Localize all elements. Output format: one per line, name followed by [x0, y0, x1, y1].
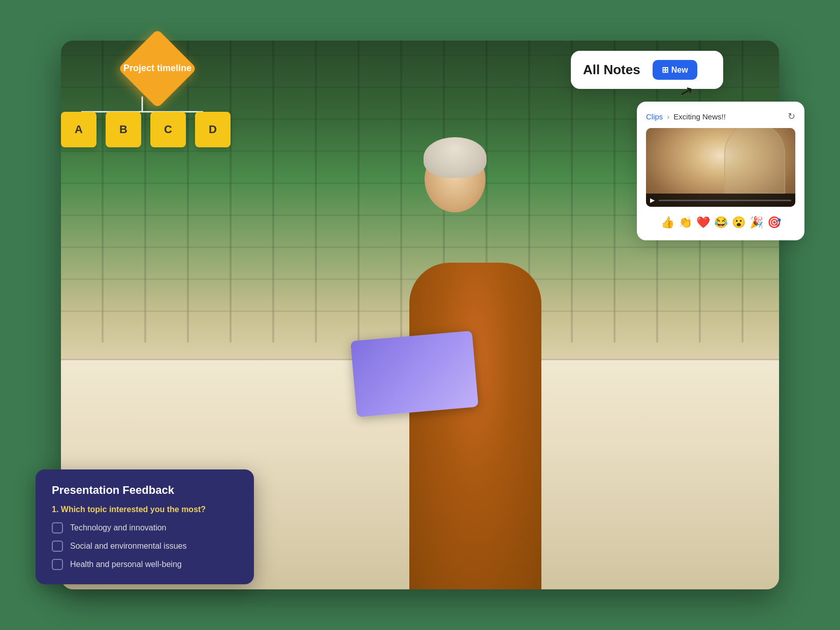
feedback-options: Technology and innovation Social and env… — [52, 522, 238, 570]
person-figure — [384, 123, 587, 589]
new-note-label: New — [671, 66, 688, 75]
reaction-party[interactable]: 🎉 — [750, 216, 763, 229]
reaction-laugh[interactable]: 😂 — [714, 216, 728, 229]
clips-widget: Clips › Exciting News!! ↻ ▶ 👍 👏 ❤️ 😂 — [637, 102, 804, 240]
video-thumbnail[interactable]: ▶ — [646, 128, 795, 207]
option-social-label: Social and environmental issues — [70, 542, 186, 551]
feedback-question: 1. Which topic interested you the most? — [52, 505, 238, 514]
reactions-row: 👍 👏 ❤️ 😂 😮 🎉 🎯 — [646, 214, 795, 231]
clips-page-title: Exciting News!! — [673, 112, 726, 121]
all-notes-widget: All Notes ⊞ New ↗ — [571, 51, 723, 89]
video-progress-bar[interactable] — [659, 200, 791, 201]
reaction-clap[interactable]: 👏 — [679, 216, 692, 229]
option-technology[interactable]: Technology and innovation — [52, 522, 238, 533]
option-social[interactable]: Social and environmental issues — [52, 541, 238, 552]
option-health[interactable]: Health and personal well-being — [52, 559, 238, 570]
breadcrumb-separator: › — [667, 112, 669, 121]
reaction-wow[interactable]: 😮 — [732, 216, 746, 229]
video-controls-bar: ▶ — [646, 194, 795, 207]
clips-link[interactable]: Clips — [646, 112, 663, 121]
checkbox-social[interactable] — [52, 541, 63, 552]
checkbox-technology[interactable] — [52, 522, 63, 533]
flow-box-d: D — [195, 112, 231, 147]
project-timeline-card: Project timeline A — [51, 30, 264, 147]
reaction-heart[interactable]: ❤️ — [696, 216, 710, 229]
play-button-icon[interactable]: ▶ — [650, 197, 655, 204]
all-notes-title: All Notes — [583, 62, 640, 78]
flow-box-a: A — [61, 112, 96, 147]
clips-breadcrumb: Clips › Exciting News!! ↻ — [646, 111, 795, 122]
flow-box-c: C — [150, 112, 186, 147]
option-technology-label: Technology and innovation — [70, 523, 166, 532]
feedback-card: Presentation Feedback 1. Which topic int… — [36, 469, 254, 584]
flow-box-b: B — [106, 112, 141, 147]
option-health-label: Health and personal well-being — [70, 560, 182, 569]
new-note-button[interactable]: ⊞ New — [653, 60, 697, 80]
refresh-icon[interactable]: ↻ — [788, 111, 795, 122]
feedback-card-title: Presentation Feedback — [52, 484, 238, 497]
reaction-thumbsup[interactable]: 👍 — [661, 216, 674, 229]
new-note-icon: ⊞ — [662, 65, 668, 75]
reaction-target[interactable]: 🎯 — [767, 216, 781, 229]
checkbox-health[interactable] — [52, 559, 63, 570]
